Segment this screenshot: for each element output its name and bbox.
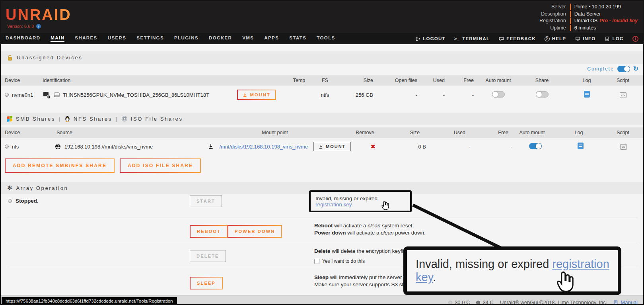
terminal-button[interactable]: >_ TERMINAL bbox=[454, 36, 490, 41]
logout-icon bbox=[415, 36, 420, 41]
script-icon[interactable]: </> bbox=[620, 144, 627, 150]
add-remote-share-button[interactable]: ADD REMOTE SMB/NFS SHARE bbox=[5, 158, 115, 173]
copyright-text: Unraid® webGui ©2018, Lime Technology, I… bbox=[500, 299, 607, 305]
unassigned-devices-section-header: Unassigned Devices bbox=[1, 51, 643, 64]
log-cell bbox=[554, 143, 607, 151]
start-button[interactable]: START bbox=[190, 195, 222, 207]
complete-toggle[interactable] bbox=[617, 66, 630, 72]
logout-button[interactable]: LOGOUT bbox=[415, 36, 445, 41]
tab-dashboard[interactable]: DASHBOARD bbox=[6, 35, 40, 42]
globe-icon bbox=[55, 144, 61, 150]
device-log-icon[interactable] bbox=[584, 91, 590, 98]
tab-nfs-shares[interactable]: NFS Shares bbox=[74, 116, 112, 122]
feedback-button[interactable]: FEEDBACK bbox=[498, 36, 536, 41]
delete-button[interactable]: DELETE bbox=[190, 250, 226, 262]
download-icon bbox=[208, 144, 214, 149]
source-cell: 192.168.10.198://mnt/disks/vms_nvme bbox=[55, 144, 201, 150]
refresh-icon[interactable]: ↻ bbox=[633, 66, 638, 72]
help-icon: ? bbox=[545, 36, 550, 41]
tab-docker[interactable]: DOCKER bbox=[209, 35, 232, 42]
size-cell: 0 B bbox=[395, 144, 438, 150]
tab-separator: | bbox=[59, 116, 61, 122]
help-button[interactable]: ? HELP bbox=[545, 36, 566, 41]
delete-confirm-row: Yes I want to do this bbox=[314, 258, 365, 264]
magnified-invalid-key-callout: Invalid, missing or expired registration… bbox=[403, 246, 621, 295]
tab-smb-shares[interactable]: SMB Shares bbox=[16, 116, 55, 122]
tab-vms[interactable]: VMS bbox=[242, 35, 254, 42]
info-button[interactable]: INFO bbox=[575, 36, 595, 41]
drive-outline-icon bbox=[54, 92, 60, 97]
mount-button-share[interactable]: MOUNT bbox=[313, 142, 351, 151]
tab-tools[interactable]: TOOLS bbox=[317, 35, 335, 42]
reboot-button[interactable]: REBOOT bbox=[190, 225, 228, 238]
terminal-icon: >_ bbox=[454, 36, 460, 41]
tab-settings[interactable]: SETTINGS bbox=[136, 35, 164, 42]
info-icon bbox=[575, 36, 580, 41]
auto-mount-cell bbox=[517, 143, 554, 151]
script-icon[interactable]: </> bbox=[620, 92, 626, 98]
section-title: Array Operation bbox=[16, 185, 68, 191]
nav-tabs: DASHBOARD MAIN SHARES USERS SETTINGS PLU… bbox=[6, 35, 335, 42]
col-size: Size bbox=[339, 78, 379, 83]
log-icon bbox=[604, 36, 610, 41]
delete-confirm-checkbox[interactable] bbox=[314, 259, 319, 264]
share-action-buttons: ADD REMOTE SMB/NFS SHARE ADD ISO FILE SH… bbox=[5, 158, 201, 173]
col-mount-point: Mount point bbox=[208, 130, 342, 135]
tab-users[interactable]: USERS bbox=[108, 35, 126, 42]
device-cell: nvme0n1 bbox=[5, 92, 43, 98]
version-row: Version: 6.6.0 i bbox=[7, 24, 41, 29]
share-log-icon[interactable] bbox=[578, 143, 584, 149]
array-operation-icon: ✻ bbox=[7, 184, 12, 192]
col-used: Used bbox=[420, 78, 454, 83]
tab-apps[interactable]: APPS bbox=[264, 35, 279, 42]
tab-stats[interactable]: STATS bbox=[289, 35, 306, 42]
power-down-button[interactable]: POWER DOWN bbox=[228, 225, 282, 238]
col-script: Script bbox=[607, 78, 639, 83]
col-free: Free bbox=[473, 130, 513, 135]
shares-section-header: SMB Shares | NFS Shares | ISO File Share… bbox=[1, 113, 643, 125]
fs-cell: ntfs bbox=[311, 92, 339, 98]
alert-icon[interactable] bbox=[632, 36, 638, 42]
registration-key-link[interactable]: registration key bbox=[315, 201, 352, 207]
uptime-value: 6 minutes bbox=[570, 25, 638, 31]
tab-iso-file-shares[interactable]: ISO File Shares bbox=[131, 116, 183, 122]
complete-label: Complete bbox=[587, 66, 614, 72]
unraid-main-page: UNRAID Version: 6.6.0 i Server Prime • 1… bbox=[0, 0, 644, 305]
open-files-cell: - bbox=[379, 92, 420, 98]
col-free: Free bbox=[454, 78, 479, 83]
unraid-logo: UNRAID bbox=[6, 6, 72, 23]
remove-icon[interactable]: ✖ bbox=[371, 143, 376, 150]
delete-description: Delete will delete the encryption keyfil… bbox=[314, 248, 407, 255]
auto-mount-toggle[interactable] bbox=[529, 143, 542, 149]
share-toggle[interactable] bbox=[536, 91, 549, 98]
nfs-share-row: nfs 192.168.10.198://mnt/disks/vms_nvme … bbox=[1, 138, 643, 155]
temp-dot-icon bbox=[448, 301, 452, 305]
col-script: Script bbox=[607, 130, 639, 135]
invalid-key-message-large: Invalid, missing or expired registration… bbox=[416, 258, 618, 284]
description-label: Description bbox=[539, 11, 566, 18]
manual-link[interactable]: Manual bbox=[613, 299, 638, 305]
nav-utilities: LOGOUT >_ TERMINAL FEEDBACK ? HELP INFO … bbox=[415, 36, 638, 42]
free-cell: - bbox=[454, 92, 479, 98]
complete-toggle-row: Complete ↻ bbox=[587, 64, 638, 74]
col-device: Device bbox=[5, 78, 43, 83]
used-cell: - bbox=[438, 144, 479, 150]
mount-button-unassigned[interactable]: MOUNT bbox=[237, 90, 276, 100]
log-button[interactable]: LOG bbox=[604, 36, 624, 41]
auto-mount-toggle[interactable] bbox=[492, 91, 505, 98]
version-info-icon[interactable]: i bbox=[36, 24, 41, 29]
add-iso-share-button[interactable]: ADD ISO FILE SHARE bbox=[120, 158, 201, 173]
array-status-dot bbox=[8, 199, 12, 203]
tab-main[interactable]: MAIN bbox=[51, 35, 64, 42]
mount-point-link[interactable]: /mnt/disks/192.168.10.198_vms_nvme bbox=[219, 144, 308, 150]
unlocked-padlock-icon bbox=[7, 55, 13, 61]
script-cell: </> bbox=[608, 143, 639, 150]
log-cell bbox=[567, 91, 607, 99]
device-status-dot bbox=[5, 93, 9, 97]
tab-shares[interactable]: SHARES bbox=[75, 35, 97, 42]
sleep-button[interactable]: SLEEP bbox=[190, 277, 223, 289]
row-separator bbox=[7, 243, 637, 243]
col-fs: FS bbox=[311, 78, 339, 83]
tab-plugins[interactable]: PLUGINS bbox=[174, 35, 198, 42]
tab-separator: | bbox=[116, 116, 118, 122]
